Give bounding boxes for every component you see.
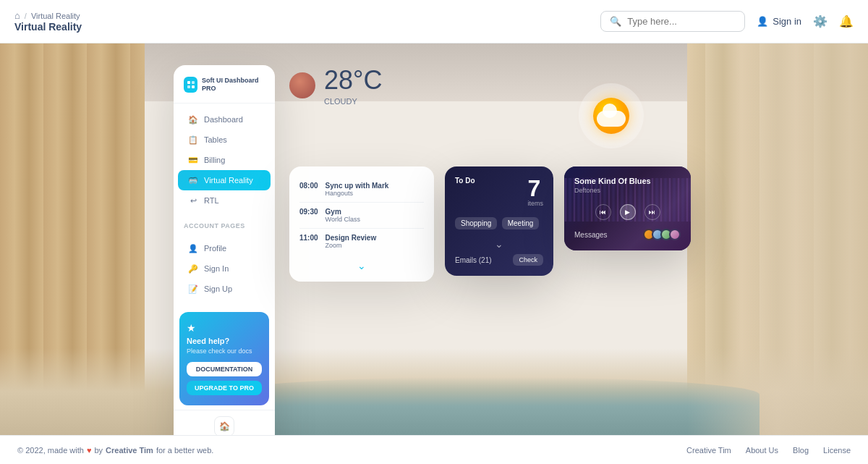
sidebar-item-vr-label: Virtual Reality bbox=[204, 176, 253, 185]
next-button[interactable]: ⏭ bbox=[644, 204, 660, 220]
search-box[interactable]: 🔍 bbox=[600, 11, 745, 32]
search-icon: 🔍 bbox=[610, 16, 621, 27]
signup-icon: 📝 bbox=[188, 284, 198, 294]
home-action-button[interactable]: 🏠 bbox=[214, 416, 234, 435]
sign-in-button[interactable]: 👤 Sign in bbox=[757, 16, 801, 27]
signin-icon: 🔑 bbox=[188, 263, 198, 274]
todo-tag-shopping: Shopping bbox=[455, 217, 497, 229]
notifications-icon[interactable]: 🔔 bbox=[839, 14, 854, 28]
footer-by-text: by bbox=[94, 446, 103, 455]
sidebar-item-rtl-label: RTL bbox=[204, 196, 219, 205]
todo-expand-button[interactable]: ⌄ bbox=[455, 231, 543, 250]
curtain-right bbox=[687, 43, 868, 435]
footer-link-blog[interactable]: Blog bbox=[793, 446, 809, 455]
sidebar-item-profile[interactable]: 👤 Profile bbox=[178, 238, 271, 258]
svg-rect-2 bbox=[187, 85, 190, 88]
breadcrumb-home-icon[interactable]: ⌂ bbox=[14, 10, 20, 21]
upgrade-box: ★ Need help? Please check our docs DOCUM… bbox=[179, 312, 269, 405]
sidebar-item-billing-label: Billing bbox=[204, 156, 225, 164]
schedule-time-1: 08:00 bbox=[299, 182, 318, 197]
sidebar-item-signin-label: Sign In bbox=[204, 264, 229, 273]
schedule-item-2: 09:30 Gym World Class bbox=[299, 202, 424, 228]
todo-items-label: items bbox=[527, 200, 543, 207]
sidebar-item-tables[interactable]: 📋 Tables bbox=[178, 130, 271, 150]
sidebar-item-signup-label: Sign Up bbox=[204, 284, 232, 293]
todo-count: 7 bbox=[527, 177, 543, 200]
sidebar-item-dashboard[interactable]: 🏠 Dashboard bbox=[178, 109, 271, 130]
header-left: ⌂ / Virtual Reality Virtual Reality bbox=[14, 10, 82, 33]
sidebar-item-rtl[interactable]: ↩ RTL bbox=[178, 190, 271, 211]
breadcrumb: ⌂ / Virtual Reality bbox=[14, 10, 82, 21]
page-title: Virtual Reality bbox=[14, 21, 82, 33]
music-artist-name: Deftones bbox=[574, 187, 681, 194]
header: ⌂ / Virtual Reality Virtual Reality 🔍 👤 … bbox=[0, 0, 868, 43]
footer-link-about[interactable]: About Us bbox=[746, 446, 778, 455]
svg-rect-3 bbox=[192, 85, 195, 88]
footer-link-license[interactable]: License bbox=[823, 446, 851, 455]
sidebar-item-billing[interactable]: 💳 Billing bbox=[178, 150, 271, 170]
schedule-item-3: 11:00 Design Review Zoom bbox=[299, 228, 424, 254]
footer-link-creative-tim[interactable]: Creative Tim bbox=[686, 446, 731, 455]
messages-label: Messages bbox=[574, 231, 608, 239]
search-input[interactable] bbox=[627, 16, 736, 27]
check-button[interactable]: Check bbox=[513, 254, 543, 266]
music-song-title: Some Kind Of Blues bbox=[574, 177, 681, 185]
weather-widget: 28°C CLOUDY bbox=[289, 65, 651, 106]
sidebar-item-vr[interactable]: 🥽 Virtual Reality bbox=[178, 170, 271, 190]
settings-icon[interactable]: ⚙️ bbox=[813, 14, 827, 28]
sidebar-logo: Soft UI Dashboard PRO bbox=[174, 77, 275, 104]
todo-tag-meeting: Meeting bbox=[502, 217, 540, 229]
schedule-name-3: Design Review bbox=[326, 234, 377, 242]
svg-rect-0 bbox=[187, 81, 190, 84]
dashboard-icon: 🏠 bbox=[188, 114, 198, 125]
schedule-item-1: 08:00 Sync up with Mark Hangouts bbox=[299, 177, 424, 202]
svg-rect-1 bbox=[192, 81, 195, 84]
breadcrumb-current: Virtual Reality bbox=[31, 12, 80, 20]
upgrade-button[interactable]: UPGRADE TO PRO bbox=[187, 381, 262, 395]
play-button[interactable]: ▶ bbox=[620, 204, 636, 220]
avatar-4 bbox=[669, 229, 681, 240]
schedule-time-3: 11:00 bbox=[299, 234, 318, 249]
weather-info: 28°C CLOUDY bbox=[324, 65, 382, 106]
messages-row: Messages bbox=[574, 229, 681, 240]
breadcrumb-separator: / bbox=[25, 12, 27, 20]
footer: © 2022, made with ♥ by Creative Tim for … bbox=[0, 435, 868, 464]
cards-area: 28°C CLOUDY 08:00 Sync up with Mark Hang… bbox=[289, 65, 651, 120]
schedule-location-1: Hangouts bbox=[326, 190, 389, 197]
schedule-name-2: Gym bbox=[326, 208, 360, 216]
user-icon: 👤 bbox=[757, 16, 768, 27]
sidebar-item-signin[interactable]: 🔑 Sign In bbox=[178, 258, 271, 279]
schedule-location-3: Zoom bbox=[326, 242, 377, 249]
footer-author: Creative Tim bbox=[106, 446, 153, 455]
schedule-expand-button[interactable]: ⌄ bbox=[299, 254, 424, 271]
weather-condition: CLOUDY bbox=[324, 97, 382, 106]
schedule-name-1: Sync up with Mark bbox=[326, 182, 389, 190]
todo-tags: Shopping Meeting bbox=[455, 216, 543, 231]
avatar-stack bbox=[643, 229, 681, 240]
footer-copyright: © 2022, made with ♥ by Creative Tim for … bbox=[17, 446, 213, 455]
footer-heart-icon: ♥ bbox=[87, 446, 92, 455]
billing-icon: 💳 bbox=[188, 155, 198, 165]
account-nav: 👤 Profile 🔑 Sign In 📝 Sign Up bbox=[174, 232, 275, 305]
footer-copyright-text: © 2022, made with bbox=[17, 446, 84, 455]
sidebar-item-tables-label: Tables bbox=[204, 135, 227, 144]
emails-label: Emails (21) bbox=[455, 256, 492, 264]
upgrade-title: Need help? bbox=[187, 337, 262, 345]
logo-text: Soft UI Dashboard PRO bbox=[202, 77, 265, 93]
footer-suffix: for a better web. bbox=[156, 446, 214, 455]
weather-temperature: 28°C bbox=[324, 65, 382, 96]
sidebar-item-dashboard-label: Dashboard bbox=[204, 115, 243, 124]
emails-row: Emails (21) Check bbox=[455, 254, 543, 266]
header-right: 🔍 👤 Sign in ⚙️ 🔔 bbox=[600, 11, 854, 32]
todo-title: To Do bbox=[455, 177, 475, 185]
documentation-button[interactable]: DOCUMENTATION bbox=[187, 362, 262, 376]
sidebar-item-signup[interactable]: 📝 Sign Up bbox=[178, 279, 271, 299]
sidebar: Soft UI Dashboard PRO 🏠 Dashboard 📋 Tabl… bbox=[174, 65, 275, 435]
pillow-area bbox=[217, 377, 760, 435]
music-controls: ⏮ ▶ ⏭ bbox=[574, 204, 681, 220]
account-section-label: ACCOUNT PAGES bbox=[174, 216, 275, 232]
prev-button[interactable]: ⏮ bbox=[595, 204, 611, 220]
sidebar-item-profile-label: Profile bbox=[204, 244, 226, 253]
schedule-time-2: 09:30 bbox=[299, 208, 318, 223]
footer-links: Creative Tim About Us Blog License bbox=[686, 446, 851, 455]
